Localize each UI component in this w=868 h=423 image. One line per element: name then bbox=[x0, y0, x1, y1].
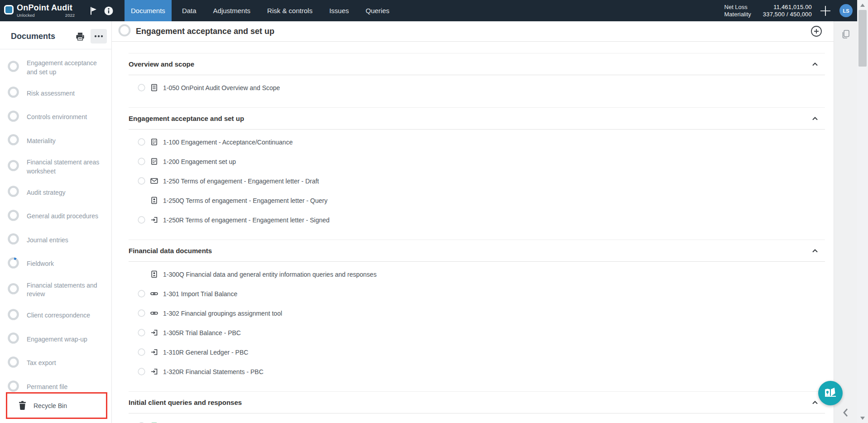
document-checkbox[interactable] bbox=[138, 158, 145, 165]
copy-pages-icon[interactable] bbox=[834, 29, 857, 40]
sidebar-item-label: General audit procedures bbox=[27, 212, 98, 221]
progress-ring-icon bbox=[8, 332, 19, 346]
sidebar-item-journal-entries[interactable]: Journal entries bbox=[0, 228, 111, 252]
document-checkbox[interactable] bbox=[138, 348, 145, 356]
nav-tab-documents[interactable]: Documents bbox=[125, 0, 172, 21]
document-title[interactable]: 1-050 OnPoint Audit Overview and Scope bbox=[163, 84, 280, 91]
sidebar-item-audit-strategy[interactable]: Audit strategy bbox=[0, 181, 111, 205]
sidebar-item-label: Materiality bbox=[27, 137, 56, 146]
section-engagement-acceptance: Engagement acceptance and set up 1-100 E… bbox=[129, 107, 825, 233]
document-row: 1-301 Import Trial Balance bbox=[129, 284, 825, 303]
print-icon[interactable] bbox=[72, 29, 88, 43]
document-checkbox[interactable] bbox=[138, 84, 145, 91]
sidebar-item-fsa-worksheet[interactable]: Financial statement areas worksheet bbox=[0, 153, 111, 181]
chevron-up-icon[interactable] bbox=[811, 247, 819, 255]
document-row: 1-305R Trial Balance - PBC bbox=[129, 323, 825, 342]
sidebar-item-general-audit-procedures[interactable]: General audit procedures bbox=[0, 205, 111, 229]
divider bbox=[0, 49, 111, 49]
form-icon bbox=[150, 158, 158, 165]
document-checkbox[interactable] bbox=[138, 290, 145, 298]
trash-icon bbox=[18, 401, 27, 410]
section-overview-and-scope: Overview and scope 1-050 OnPoint Audit O… bbox=[129, 53, 825, 101]
sidebar-item-client-correspondence[interactable]: Client correspondence bbox=[0, 304, 111, 328]
scrollbar-thumb[interactable] bbox=[858, 10, 867, 67]
nav-tab-risk-controls[interactable]: Risk & controls bbox=[261, 0, 319, 21]
net-loss-value: 11,461,015.00 bbox=[763, 4, 812, 10]
scroll-up-icon[interactable] bbox=[857, 1, 868, 9]
sidebar-item-label: Controls environment bbox=[27, 113, 87, 122]
document-checkbox[interactable] bbox=[138, 138, 145, 146]
sign-in-icon bbox=[150, 329, 158, 336]
checklist-icon bbox=[150, 84, 158, 91]
info-icon[interactable] bbox=[101, 0, 116, 21]
chevron-left-icon[interactable] bbox=[834, 408, 857, 418]
progress-ring-icon bbox=[8, 61, 19, 75]
document-title[interactable]: 1-200 Engagement set up bbox=[163, 158, 236, 165]
document-title[interactable]: 1-100 Engagement - Acceptance/Continuanc… bbox=[163, 139, 293, 146]
section-title: Engagement acceptance and set up bbox=[129, 115, 244, 122]
sidebar-item-materiality[interactable]: Materiality bbox=[0, 129, 111, 153]
chevron-up-icon[interactable] bbox=[811, 115, 819, 123]
document-title[interactable]: 1-250R Terms of engagement - Engagement … bbox=[163, 216, 330, 224]
document-row: 1-300Q Financial data and general entity… bbox=[129, 264, 825, 284]
sidebar-item-engagement-wrap-up[interactable]: Engagement wrap-up bbox=[0, 327, 111, 351]
sidebar-item-label: Fieldwork bbox=[27, 260, 54, 269]
nav-tab-adjustments[interactable]: Adjustments bbox=[207, 0, 257, 21]
sign-in-icon bbox=[150, 216, 158, 224]
chevron-up-icon[interactable] bbox=[811, 399, 819, 407]
document-title[interactable]: 1-310R General Ledger - PBC bbox=[163, 349, 248, 356]
vertical-scrollbar[interactable] bbox=[857, 0, 868, 423]
documents-main-panel: Engagement acceptance and set up Overvie… bbox=[112, 21, 834, 423]
nav-tab-data[interactable]: Data bbox=[176, 0, 203, 21]
contact-card-icon bbox=[150, 270, 158, 278]
materiality-value: 337,500 / 450,000 bbox=[763, 11, 812, 17]
document-checkbox[interactable] bbox=[138, 177, 145, 185]
progress-ring-icon bbox=[8, 186, 19, 200]
form-icon bbox=[150, 138, 158, 146]
net-loss-label: Net Loss bbox=[724, 4, 751, 10]
document-title[interactable]: 1-301 Import Trial Balance bbox=[163, 290, 237, 298]
more-options-icon[interactable] bbox=[91, 29, 107, 43]
sidebar-item-risk-assessment[interactable]: Risk assessment bbox=[0, 82, 111, 106]
document-row: 1-100 Engagement - Acceptance/Continuanc… bbox=[129, 132, 825, 152]
circle-plus-icon[interactable] bbox=[810, 25, 822, 37]
section-financial-data-documents: Financial data documents 1-300Q Financia… bbox=[129, 240, 825, 385]
nav-tab-issues[interactable]: Issues bbox=[323, 0, 355, 21]
document-title[interactable]: 1-320R Financial Statements - PBC bbox=[163, 368, 264, 375]
page-title: Engagement acceptance and set up bbox=[136, 27, 810, 36]
document-title[interactable]: 1-302 Financial groupings assignment too… bbox=[163, 310, 282, 317]
plus-icon[interactable] bbox=[818, 4, 833, 18]
document-row: 1-250Q Terms of engagement - Engagement … bbox=[129, 191, 825, 210]
materiality-summary[interactable]: Net Loss 11,461,015.00 Materiality 337,5… bbox=[724, 4, 812, 17]
scroll-down-icon[interactable] bbox=[857, 414, 868, 422]
document-title[interactable]: 1-300Q Financial data and general entity… bbox=[163, 271, 377, 278]
sidebar-item-tax-export[interactable]: Tax export bbox=[0, 351, 111, 375]
app-logo-icon bbox=[4, 5, 14, 14]
sidebar-item-controls-environment[interactable]: Controls environment bbox=[0, 106, 111, 130]
document-checkbox[interactable] bbox=[138, 309, 145, 317]
guidance-fab-button[interactable] bbox=[818, 381, 843, 405]
app-logo[interactable]: OnPoint Audit Unlocked 2022 bbox=[4, 4, 75, 18]
recycle-bin-button[interactable]: Recycle Bin bbox=[6, 392, 107, 419]
chevron-up-icon[interactable] bbox=[811, 60, 819, 68]
sidebar-item-fieldwork[interactable]: Fieldwork bbox=[0, 252, 111, 276]
sidebar-item-engagement-acceptance[interactable]: Engagement acceptance and set up bbox=[0, 54, 111, 82]
avatar[interactable]: LS bbox=[839, 4, 853, 17]
flag-icon[interactable] bbox=[86, 0, 101, 21]
section-title: Initial client queries and responses bbox=[129, 399, 242, 406]
book-help-icon bbox=[823, 386, 838, 400]
engagement-year: 2022 bbox=[65, 13, 75, 18]
document-checkbox[interactable] bbox=[138, 368, 145, 375]
document-checkbox[interactable] bbox=[138, 216, 145, 224]
sidebar-item-financial-statements-review[interactable]: Financial statements and review bbox=[0, 276, 111, 304]
document-title[interactable]: 1-250 Terms of engagement - Engagement l… bbox=[163, 178, 319, 185]
recycle-bin-label: Recycle Bin bbox=[34, 402, 67, 409]
app-title: OnPoint Audit bbox=[17, 4, 75, 12]
sidebar-item-label: Tax export bbox=[27, 359, 56, 368]
document-checkbox[interactable] bbox=[138, 329, 145, 336]
section-initial-client-queries: Initial client queries and responses 1-5… bbox=[129, 391, 825, 423]
materiality-label: Materiality bbox=[724, 11, 751, 17]
nav-tab-queries[interactable]: Queries bbox=[360, 0, 396, 21]
document-title[interactable]: 1-305R Trial Balance - PBC bbox=[163, 329, 241, 336]
document-title[interactable]: 1-250Q Terms of engagement - Engagement … bbox=[163, 197, 327, 204]
